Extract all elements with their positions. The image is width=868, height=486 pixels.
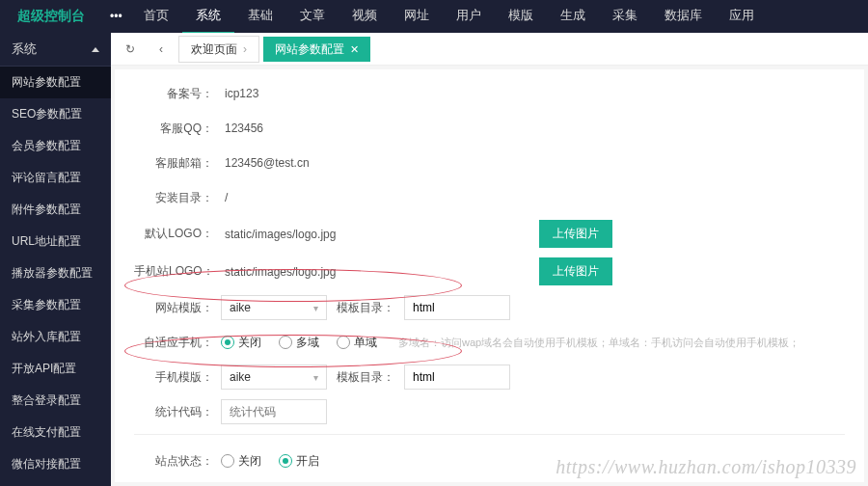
tab-active[interactable]: 网站参数配置 ✕ (263, 37, 370, 62)
tab-home-label: 欢迎页面 (191, 37, 237, 62)
topbar: 超级控制台 ••• 首页系统基础文章视频网址用户模版生成采集数据库应用 (0, 0, 868, 33)
sidebar-header[interactable]: 系统 (0, 33, 111, 67)
sidebar-title: 系统 (12, 40, 37, 58)
sidebar-item[interactable]: 站外入库配置 (0, 321, 111, 353)
nav-item[interactable]: 首页 (130, 0, 182, 34)
nav-item[interactable]: 生成 (547, 0, 599, 34)
chevron-right-icon: › (243, 37, 247, 62)
main: ↻ ‹ 欢迎页面 › 网站参数配置 ✕ 备案号： icp123 客服QQ： 12… (111, 33, 868, 486)
top-nav: 首页系统基础文章视频网址用户模版生成采集数据库应用 (130, 0, 768, 34)
tpldir-input[interactable] (404, 295, 510, 320)
qq-label: 客服QQ： (134, 121, 221, 137)
sidebar-item[interactable]: 在线支付配置 (0, 417, 111, 448)
sidebar-item[interactable]: 采集参数配置 (0, 289, 111, 321)
mail-value: 123456@test.cn (221, 156, 310, 170)
tpl-value: aike (230, 301, 251, 314)
sidebar-item[interactable]: 开放API配置 (0, 353, 111, 385)
nav-item[interactable]: 基础 (234, 0, 286, 34)
tab-active-label: 网站参数配置 (275, 37, 344, 62)
mtpldir-input[interactable] (404, 364, 510, 390)
menu-more-icon[interactable]: ••• (102, 10, 130, 23)
radio-icon (279, 454, 292, 468)
radio-icon (279, 336, 292, 349)
divider (134, 434, 845, 435)
sidebar-item[interactable]: 会员参数配置 (0, 130, 111, 162)
tabbar: ↻ ‹ 欢迎页面 › 网站参数配置 ✕ (111, 33, 868, 66)
radio-icon (221, 454, 234, 468)
mtpl-select[interactable]: aike ▾ (221, 364, 327, 390)
radio-icon (337, 336, 350, 349)
adapt-radio-group: 关闭多域单域 (221, 335, 377, 351)
sidebar-item[interactable]: URL地址配置 (0, 226, 111, 257)
mtpl-label: 手机模版： (134, 369, 221, 386)
radio-option[interactable]: 开启 (279, 453, 319, 470)
mtpl-value: aike (230, 370, 251, 384)
radio-option[interactable]: 多域 (279, 335, 319, 351)
sidebar-item[interactable]: 网站参数配置 (0, 67, 111, 98)
tpl-select[interactable]: aike ▾ (221, 295, 327, 320)
radio-label: 关闭 (238, 335, 261, 351)
tab-home[interactable]: 欢迎页面 › (178, 36, 259, 63)
close-icon[interactable]: ✕ (350, 37, 359, 62)
radio-label: 关闭 (238, 453, 261, 470)
sidebar-item[interactable]: 播放器参数配置 (0, 257, 111, 289)
nav-item[interactable]: 系统 (182, 0, 234, 34)
mlogo-value: static/images/logo.jpg (221, 265, 529, 279)
radio-icon (221, 336, 234, 349)
content: 备案号： icp123 客服QQ： 123456 客服邮箱： 123456@te… (115, 69, 864, 482)
tpl-label: 网站模版： (134, 300, 221, 316)
chevron-down-icon: ▾ (313, 303, 318, 313)
icp-value: icp123 (221, 87, 258, 100)
radio-option[interactable]: 关闭 (221, 335, 261, 351)
sidebar-item[interactable]: 邮件发送配置 (0, 480, 111, 486)
radio-option[interactable]: 单域 (337, 335, 377, 351)
sidebar: 系统 网站参数配置SEO参数配置会员参数配置评论留言配置附件参数配置URL地址配… (0, 33, 111, 486)
stat-label: 统计代码： (134, 404, 221, 420)
radio-label: 单域 (354, 335, 377, 351)
nav-item[interactable]: 网址 (391, 0, 443, 34)
nav-item[interactable]: 应用 (716, 0, 768, 34)
upload-mlogo-button[interactable]: 上传图片 (539, 257, 612, 285)
mlogo-label: 手机站LOGO： (134, 263, 221, 280)
chevron-down-icon: ▾ (313, 372, 318, 383)
refresh-icon[interactable]: ↻ (117, 36, 144, 63)
nav-item[interactable]: 视频 (339, 0, 391, 34)
qq-value: 123456 (221, 122, 263, 135)
install-label: 安装目录： (134, 190, 221, 206)
sidebar-item[interactable]: 整合登录配置 (0, 385, 111, 417)
sidebar-item[interactable]: 附件参数配置 (0, 194, 111, 226)
nav-item[interactable]: 文章 (286, 0, 339, 34)
mail-label: 客服邮箱： (134, 155, 221, 172)
radio-label: 开启 (296, 453, 319, 470)
nav-item[interactable]: 模版 (495, 0, 547, 34)
site-status-label: 站点状态： (134, 453, 221, 470)
sidebar-item[interactable]: 评论留言配置 (0, 162, 111, 194)
mtpldir-label: 模板目录： (337, 369, 394, 386)
sidebar-item[interactable]: SEO参数配置 (0, 98, 111, 130)
install-value: / (221, 191, 228, 204)
back-icon[interactable]: ‹ (148, 36, 175, 63)
upload-logo-button[interactable]: 上传图片 (539, 220, 612, 248)
icp-label: 备案号： (134, 86, 221, 102)
sidebar-item[interactable]: 微信对接配置 (0, 448, 111, 480)
adapt-hint: 多域名：访问wap域名会自动使用手机模板；单域名：手机访问会自动使用手机模板； (398, 336, 800, 350)
collapse-icon (92, 47, 99, 52)
tpldir-label: 模板目录： (337, 300, 394, 316)
nav-item[interactable]: 采集 (599, 0, 651, 34)
logo-value: static/images/logo.jpg (221, 228, 529, 241)
nav-item[interactable]: 用户 (443, 0, 495, 34)
radio-option[interactable]: 关闭 (221, 453, 261, 470)
logo-label: 默认LOGO： (134, 226, 221, 242)
brand: 超级控制台 (0, 8, 102, 25)
status-radio-group: 关闭开启 (221, 453, 319, 470)
stat-input[interactable] (221, 399, 327, 424)
nav-item[interactable]: 数据库 (651, 0, 716, 34)
radio-label: 多域 (296, 335, 319, 351)
adapt-label: 自适应手机： (134, 335, 221, 351)
